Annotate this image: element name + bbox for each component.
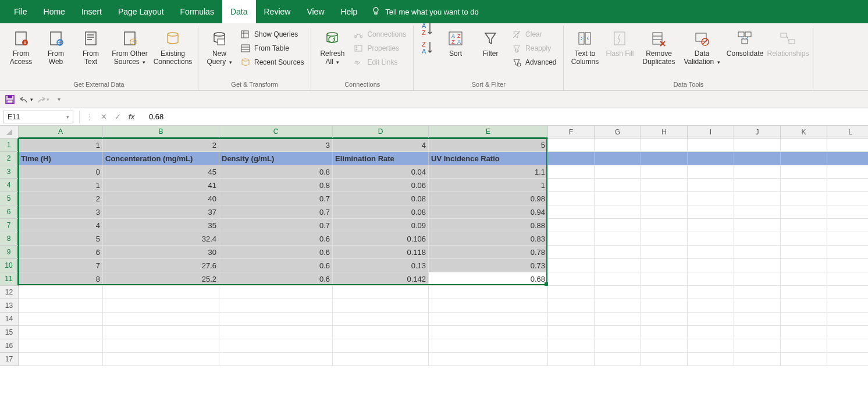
cell-E7[interactable]: 0.88 xyxy=(429,219,548,232)
column-header-C[interactable]: C xyxy=(219,126,333,139)
cell-I9[interactable] xyxy=(688,246,734,259)
new-query-button[interactable]: New Query ▾ xyxy=(203,27,236,68)
menu-home[interactable]: Home xyxy=(35,0,73,23)
cell-G3[interactable] xyxy=(595,165,641,179)
cell-F10[interactable] xyxy=(548,259,595,272)
from-access-button[interactable]: AFrom Access xyxy=(5,27,37,68)
cell-E1[interactable]: 5 xyxy=(429,139,548,152)
advanced-button[interactable]: Advanced xyxy=(509,56,558,69)
cell-F2[interactable] xyxy=(548,152,595,165)
menu-formulas[interactable]: Formulas xyxy=(172,0,222,23)
relationships-button[interactable]: Relationships xyxy=(767,27,808,68)
cell-I6[interactable] xyxy=(688,205,734,219)
cell-C1[interactable]: 3 xyxy=(219,139,333,152)
cell-L5[interactable] xyxy=(827,192,868,205)
cell-G9[interactable] xyxy=(595,246,641,259)
cell-K7[interactable] xyxy=(781,219,827,232)
row-header-1[interactable]: 1 xyxy=(0,139,19,152)
cell-C9[interactable]: 0.6 xyxy=(219,246,333,259)
cell-A12[interactable] xyxy=(19,286,103,299)
menu-insert[interactable]: Insert xyxy=(73,0,110,23)
cell-E2[interactable]: UV Incidence Ratio xyxy=(429,152,548,165)
cell-I1[interactable] xyxy=(688,139,734,152)
cell-G8[interactable] xyxy=(595,232,641,246)
cell-I16[interactable] xyxy=(688,339,734,353)
cell-B3[interactable]: 45 xyxy=(103,165,219,179)
cell-A5[interactable]: 2 xyxy=(19,192,103,205)
cell-A9[interactable]: 6 xyxy=(19,246,103,259)
cell-D12[interactable] xyxy=(333,286,429,299)
row-header-16[interactable]: 16 xyxy=(0,339,19,353)
cell-D13[interactable] xyxy=(333,299,429,313)
cell-B6[interactable]: 37 xyxy=(103,205,219,219)
column-header-E[interactable]: E xyxy=(429,126,548,139)
cell-A15[interactable] xyxy=(19,326,103,339)
cell-B13[interactable] xyxy=(103,299,219,313)
cell-F17[interactable] xyxy=(548,353,595,366)
cell-L2[interactable] xyxy=(827,152,868,165)
cell-J11[interactable] xyxy=(734,272,781,286)
row-header-6[interactable]: 6 xyxy=(0,205,19,219)
cell-J14[interactable] xyxy=(734,313,781,326)
cell-D16[interactable] xyxy=(333,339,429,353)
flash-fill-button[interactable]: Flash Fill xyxy=(603,27,636,68)
cell-L17[interactable] xyxy=(827,353,868,366)
cell-H15[interactable] xyxy=(641,326,688,339)
cell-A17[interactable] xyxy=(19,353,103,366)
row-header-13[interactable]: 13 xyxy=(0,299,19,313)
cell-I10[interactable] xyxy=(688,259,734,272)
redo-icon[interactable]: ▾ xyxy=(37,94,48,105)
cell-L7[interactable] xyxy=(827,219,868,232)
cell-L1[interactable] xyxy=(827,139,868,152)
menu-view[interactable]: View xyxy=(298,0,332,23)
cell-H11[interactable] xyxy=(641,272,688,286)
cell-C11[interactable]: 0.6 xyxy=(219,272,333,286)
cell-G17[interactable] xyxy=(595,353,641,366)
cell-L6[interactable] xyxy=(827,205,868,219)
tell-me-search[interactable]: Tell me what you want to do xyxy=(371,6,478,17)
recent-sources-button[interactable]: Recent Sources xyxy=(238,56,306,69)
cell-B1[interactable]: 2 xyxy=(103,139,219,152)
menu-data[interactable]: Data xyxy=(222,0,256,23)
cell-C4[interactable]: 0.8 xyxy=(219,179,333,192)
cell-H7[interactable] xyxy=(641,219,688,232)
cell-G12[interactable] xyxy=(595,286,641,299)
cell-H3[interactable] xyxy=(641,165,688,179)
from-other-sources-button[interactable]: From Other Sources ▾ xyxy=(109,27,150,68)
cell-F11[interactable] xyxy=(548,272,595,286)
cell-D3[interactable]: 0.04 xyxy=(333,165,429,179)
cell-D4[interactable]: 0.06 xyxy=(333,179,429,192)
cell-D1[interactable]: 4 xyxy=(333,139,429,152)
menu-file[interactable]: File xyxy=(6,0,35,23)
cell-B7[interactable]: 35 xyxy=(103,219,219,232)
cell-K11[interactable] xyxy=(781,272,827,286)
cell-E10[interactable]: 0.73 xyxy=(429,259,548,272)
cell-J4[interactable] xyxy=(734,179,781,192)
cell-G4[interactable] xyxy=(595,179,641,192)
cell-J1[interactable] xyxy=(734,139,781,152)
cell-J17[interactable] xyxy=(734,353,781,366)
cell-F1[interactable] xyxy=(548,139,595,152)
cell-K13[interactable] xyxy=(781,299,827,313)
cell-G5[interactable] xyxy=(595,192,641,205)
cell-H14[interactable] xyxy=(641,313,688,326)
cell-A7[interactable]: 4 xyxy=(19,219,103,232)
cell-L8[interactable] xyxy=(827,232,868,246)
name-box-dropdown-icon[interactable]: ▾ xyxy=(66,114,69,120)
existing-connections-button[interactable]: Existing Connections xyxy=(152,27,193,68)
column-header-A[interactable]: A xyxy=(19,126,103,139)
row-header-12[interactable]: 12 xyxy=(0,286,19,299)
cell-E5[interactable]: 0.98 xyxy=(429,192,548,205)
cell-F8[interactable] xyxy=(548,232,595,246)
cell-D11[interactable]: 0.142 xyxy=(333,272,429,286)
cell-H12[interactable] xyxy=(641,286,688,299)
cell-G15[interactable] xyxy=(595,326,641,339)
cell-A11[interactable]: 8 xyxy=(19,272,103,286)
cell-J9[interactable] xyxy=(734,246,781,259)
formula-input[interactable] xyxy=(144,111,868,123)
cell-A1[interactable]: 1 xyxy=(19,139,103,152)
cell-C13[interactable] xyxy=(219,299,333,313)
text-to-columns-button[interactable]: Text to Columns xyxy=(568,27,601,68)
cell-J8[interactable] xyxy=(734,232,781,246)
cell-B4[interactable]: 41 xyxy=(103,179,219,192)
